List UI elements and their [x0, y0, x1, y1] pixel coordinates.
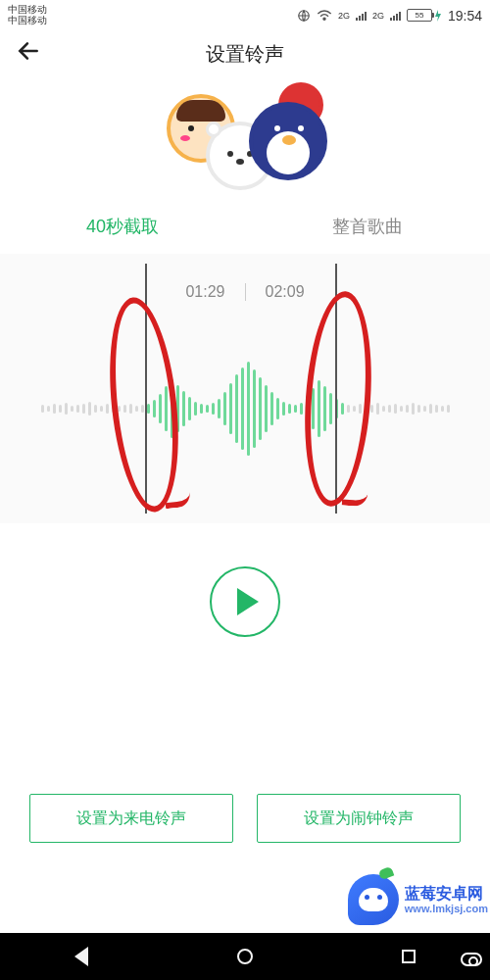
page-title: 设置铃声: [0, 41, 490, 68]
waveform-bar: [312, 388, 315, 429]
charging-icon: [434, 10, 442, 22]
tab-full-song[interactable]: 整首歌曲: [245, 215, 490, 238]
waveform-bar: [382, 406, 385, 412]
waveform-bar: [353, 406, 356, 412]
audio-editor: 01:29 02:09: [0, 254, 490, 523]
waveform-bar: [241, 368, 244, 450]
action-buttons: 设置为来电铃声 设置为闹钟铃声: [0, 794, 490, 843]
waveform-bar: [318, 380, 320, 437]
waveform-bar: [406, 405, 409, 413]
waveform-bar: [259, 377, 262, 440]
waveform-bar: [76, 405, 79, 413]
waveform-bar: [388, 405, 391, 413]
waveform-bar: [347, 405, 350, 413]
waveform-bar: [253, 369, 256, 448]
clock: 19:54: [448, 8, 482, 24]
nav-home-button[interactable]: [237, 949, 253, 964]
watermark-url: www.lmkjsj.com: [405, 903, 488, 914]
waveform-bar: [123, 405, 126, 413]
waveform-bar: [159, 394, 162, 423]
network-type-1: 2G: [338, 11, 350, 21]
waveform-bar: [59, 405, 62, 413]
waveform-bar: [112, 405, 115, 413]
waveform-bar: [41, 405, 44, 413]
waveform-bar: [223, 392, 226, 425]
svg-point-1: [323, 18, 325, 20]
waveform-bar: [417, 405, 420, 413]
play-icon: [237, 588, 259, 615]
waveform-bar: [53, 404, 56, 414]
waveform-bar: [359, 404, 362, 414]
set-alarm-ringtone-button[interactable]: 设置为闹钟铃声: [257, 794, 461, 843]
set-call-ringtone-button[interactable]: 设置为来电铃声: [29, 794, 233, 843]
waveform-bar: [247, 362, 250, 456]
carrier-1: 中国移动: [8, 5, 47, 16]
play-area: [0, 523, 490, 680]
signal-icon-1: [356, 11, 367, 21]
waveform-bar: [88, 402, 91, 416]
start-time: 01:29: [185, 283, 224, 301]
signal-icon-2: [390, 11, 401, 21]
waveform-bar: [94, 405, 97, 413]
nav-back-button[interactable]: [74, 947, 88, 966]
waveform-bar: [447, 405, 450, 413]
header: 设置铃声: [0, 27, 490, 81]
system-navbar: [0, 933, 490, 980]
internet-icon: [297, 9, 311, 23]
mascot-illustration: [0, 81, 490, 199]
back-button[interactable]: [16, 38, 41, 71]
waveform-bar: [435, 405, 438, 413]
waveform-bar: [194, 402, 197, 416]
time-divider: [245, 283, 246, 301]
battery-indicator: 55: [407, 9, 442, 22]
waveform-bar: [182, 391, 185, 426]
waveform-bar: [106, 404, 109, 414]
waveform-bar: [153, 400, 156, 417]
watermark-logo-icon: [348, 874, 399, 925]
waveform-bar: [341, 403, 344, 415]
waveform-bar: [282, 402, 285, 416]
waveform-bar: [288, 404, 291, 414]
network-type-2: 2G: [372, 11, 384, 21]
waveform-bar: [71, 406, 74, 412]
waveform-bar: [235, 374, 238, 443]
waveform-bar: [65, 403, 68, 415]
waveform-bar: [100, 406, 103, 412]
tab-clip-40s[interactable]: 40秒截取: [0, 215, 245, 238]
waveform-bar: [229, 383, 232, 434]
status-bar: 中国移动 中国移动 2G 2G 55 19:54: [0, 0, 490, 27]
battery-percent: 55: [416, 11, 424, 20]
waveform-bar: [265, 385, 268, 432]
status-carriers: 中国移动 中国移动: [8, 5, 47, 25]
waveform-bar: [394, 404, 397, 414]
waveform[interactable]: [0, 330, 490, 487]
nav-eye-icon[interactable]: [461, 953, 482, 966]
waveform-bar: [47, 406, 50, 412]
waveform-bar: [423, 406, 426, 412]
waveform-bar: [365, 402, 368, 416]
waveform-bar: [276, 398, 279, 419]
waveform-bar: [270, 392, 273, 425]
waveform-bar: [300, 403, 303, 415]
waveform-bar: [118, 406, 121, 412]
play-button[interactable]: [210, 566, 280, 637]
carrier-2: 中国移动: [8, 16, 47, 26]
watermark: 蓝莓安卓网 www.lmkjsj.com: [348, 874, 488, 925]
waveform-bar: [429, 404, 432, 414]
waveform-bar: [412, 403, 415, 415]
waveform-bar: [206, 405, 209, 413]
tabs: 40秒截取 整首歌曲: [0, 199, 490, 254]
nav-recent-button[interactable]: [402, 950, 416, 963]
wifi-icon: [317, 10, 332, 22]
waveform-bar: [165, 386, 168, 431]
waveform-bar: [400, 406, 403, 412]
waveform-bar: [376, 403, 379, 415]
watermark-title: 蓝莓安卓网: [405, 885, 483, 903]
waveform-bar: [171, 379, 173, 438]
waveform-bar: [323, 386, 326, 431]
trim-handle-end[interactable]: [335, 264, 337, 514]
trim-handle-start[interactable]: [145, 264, 147, 514]
waveform-bar: [218, 399, 220, 418]
waveform-bar: [82, 404, 85, 414]
waveform-bar: [212, 403, 215, 415]
